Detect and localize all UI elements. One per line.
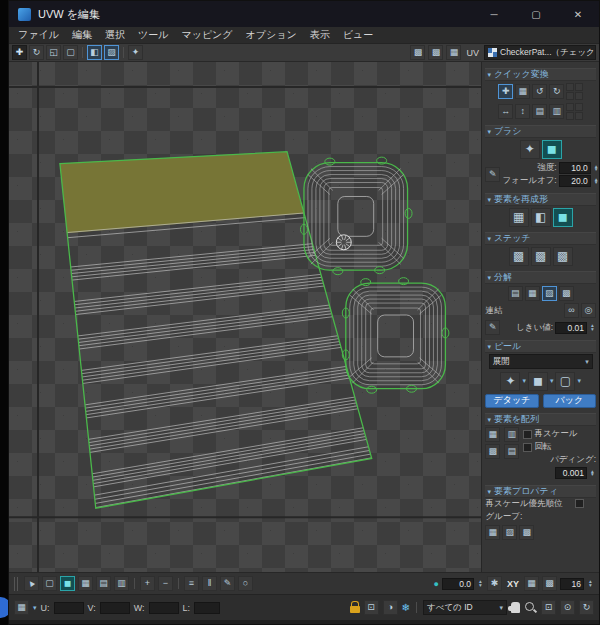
select-ring-icon[interactable]: ‖ xyxy=(202,576,217,591)
typein-flyout-icon[interactable]: ▾ xyxy=(33,604,37,612)
threshold-input[interactable]: 0.01 xyxy=(555,322,587,334)
menu-tools[interactable]: ツール xyxy=(138,28,168,42)
mini-align-button[interactable] xyxy=(566,103,574,111)
selection-arrow-icon[interactable]: ▲ xyxy=(24,576,39,591)
pack-fill-button[interactable]: ▩ xyxy=(485,444,500,459)
detach-button[interactable]: デタッチ xyxy=(485,394,538,408)
rollout-peel[interactable]: ▾ ピール xyxy=(485,340,596,353)
menu-mapping[interactable]: マッピング xyxy=(181,28,232,42)
back-button[interactable]: バック xyxy=(543,394,596,408)
paint-move-brush-button[interactable]: ✦ xyxy=(520,140,540,159)
vertex-mode-icon[interactable]: ▦ xyxy=(78,576,93,591)
threshold-pencil-icon[interactable]: ✎ xyxy=(485,320,500,335)
paint-selection-icon[interactable]: ✎ xyxy=(220,576,235,591)
mirror-horizontal-button[interactable]: ◧ xyxy=(87,45,102,60)
conform-button[interactable]: ◧ xyxy=(531,208,551,227)
marquee-select-icon[interactable]: ▢ xyxy=(42,576,57,591)
stitch-source-button[interactable]: ▩ xyxy=(531,247,551,266)
rotate-checkbox[interactable] xyxy=(523,443,532,452)
shrink-selection-icon[interactable]: − xyxy=(158,576,173,591)
strength-spinner[interactable]: ▴▾ xyxy=(593,165,599,171)
flyout-arrow-icon[interactable]: ▾ xyxy=(522,377,526,385)
u-input[interactable] xyxy=(54,602,84,614)
group-select-button[interactable]: ▨ xyxy=(502,525,517,540)
snap-star-icon[interactable]: ✱ xyxy=(487,576,502,591)
zoom-selected-icon[interactable]: ↻ xyxy=(579,600,594,615)
padding-input[interactable]: 0.001 xyxy=(555,467,587,479)
show-grid-icon[interactable]: ▦ xyxy=(446,45,461,60)
mirror-vertical-button[interactable]: ▨ xyxy=(104,45,119,60)
quick-space-v-button[interactable]: ▥ xyxy=(549,104,564,119)
rollout-explode[interactable]: ▾ 分解 xyxy=(485,271,596,284)
spinner-down-icon[interactable]: ▾ xyxy=(593,181,599,184)
grid-size-spinner[interactable]: ▴▾ xyxy=(587,580,594,586)
quick-move-button[interactable]: ✚ xyxy=(498,84,513,99)
pelt-map-button[interactable]: ▢ xyxy=(555,372,575,391)
grid-snap-icon[interactable]: ▦ xyxy=(524,576,539,591)
show-map-toggle-icon[interactable]: ▩ xyxy=(410,45,425,60)
transform-typein-icon[interactable]: ▦ xyxy=(14,600,29,615)
uv-viewport[interactable] xyxy=(9,62,481,572)
pixel-snap-icon[interactable]: ▩ xyxy=(542,576,557,591)
mini-align-button[interactable] xyxy=(566,83,574,91)
mini-align-button[interactable] xyxy=(566,92,574,100)
mini-align-button[interactable] xyxy=(575,103,583,111)
detach-edge-button[interactable]: ▩ xyxy=(559,286,574,301)
strength-input[interactable]: 10.0 xyxy=(559,162,591,174)
uv-canvas[interactable] xyxy=(9,62,481,572)
w-input[interactable] xyxy=(149,602,179,614)
rescale-priority-checkbox[interactable] xyxy=(575,499,584,508)
uv-island-ring-top[interactable] xyxy=(300,157,412,275)
peel-mode-dropdown[interactable]: 展開 ▾ xyxy=(489,354,593,369)
spinner-down-icon[interactable]: ▾ xyxy=(589,473,596,476)
menu-select[interactable]: 選択 xyxy=(105,28,125,42)
brush-size-icon[interactable]: ○ xyxy=(238,576,253,591)
flatten-mapping-button[interactable]: ▦ xyxy=(525,286,540,301)
quick-align-grid-button[interactable]: ▦ xyxy=(515,84,530,99)
quick-align-v-button[interactable]: ↕ xyxy=(515,104,530,119)
move-tool-icon[interactable]: ✚ xyxy=(12,45,27,60)
quick-rotate-ccw-button[interactable]: ↺ xyxy=(532,84,547,99)
transform-value-spinner[interactable]: ▴▾ xyxy=(477,580,484,586)
relax-brush-button[interactable]: ◼ xyxy=(542,140,562,159)
pan-hand-icon[interactable] xyxy=(511,602,520,613)
break-button[interactable]: ▨ xyxy=(542,286,557,301)
mini-align-button[interactable] xyxy=(575,92,583,100)
absolute-mode-icon[interactable]: ⊡ xyxy=(364,600,379,615)
maximize-button[interactable]: ▢ xyxy=(515,1,557,27)
spinner-down-icon[interactable]: ▾ xyxy=(587,584,594,587)
close-button[interactable]: ✕ xyxy=(557,1,599,27)
spinner-down-icon[interactable]: ▾ xyxy=(589,328,596,331)
stitch-custom-button[interactable]: ▩ xyxy=(509,247,529,266)
material-id-filter-dropdown[interactable]: すべての ID ▾ xyxy=(423,600,507,615)
straighten-button[interactable]: ▦ xyxy=(509,208,529,227)
relax-button[interactable]: ◼ xyxy=(553,208,573,227)
pack-custom-button[interactable]: ▤ xyxy=(504,444,519,459)
padding-spinner[interactable]: ▴▾ xyxy=(589,470,596,476)
quick-align-h-button[interactable]: ↔ xyxy=(498,104,513,119)
lock-selection-icon[interactable] xyxy=(350,606,360,613)
element-mode-button[interactable]: ◼ xyxy=(60,576,75,591)
menu-options[interactable]: オプション xyxy=(246,28,297,42)
rollout-stitch[interactable]: ▾ ステッチ xyxy=(485,232,596,245)
flyout-arrow-icon[interactable]: ▾ xyxy=(577,377,581,385)
edge-mode-icon[interactable]: ▤ xyxy=(96,576,111,591)
zoom-region-icon[interactable]: ⊡ xyxy=(541,600,556,615)
rollout-brush[interactable]: ▾ ブラシ xyxy=(485,125,596,138)
menu-view[interactable]: ビュー xyxy=(343,28,373,42)
pack-normalize-button[interactable]: ▦ xyxy=(485,427,500,442)
minimize-button[interactable]: ─ xyxy=(473,1,515,27)
pack-rotate-button[interactable]: ▥ xyxy=(504,427,519,442)
toolbar-grip[interactable] xyxy=(14,577,18,591)
filter-snowflake-icon[interactable]: ❄ xyxy=(402,602,410,613)
grid-size-input[interactable]: 16 xyxy=(560,578,584,590)
brush-falloff-icon[interactable]: ✎ xyxy=(485,167,500,182)
rollout-reshape[interactable]: ▾ 要素を再成形 xyxy=(485,193,596,206)
quick-rotate-cw-button[interactable]: ↻ xyxy=(549,84,564,99)
mini-align-button[interactable] xyxy=(566,112,574,120)
stitch-average-button[interactable]: ▩ xyxy=(553,247,573,266)
spinner-down-icon[interactable]: ▾ xyxy=(477,584,484,587)
link-button[interactable]: ∞ xyxy=(564,303,579,318)
v-input[interactable] xyxy=(100,602,130,614)
menu-display[interactable]: 表示 xyxy=(310,28,330,42)
